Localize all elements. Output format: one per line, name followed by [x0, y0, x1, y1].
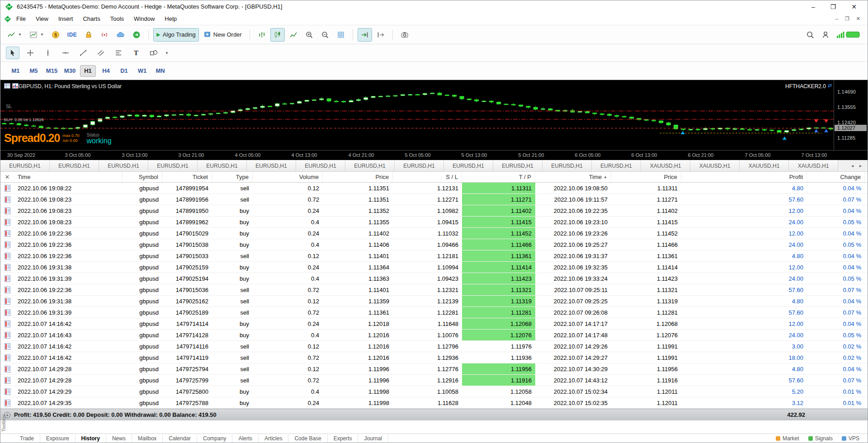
timeframe-h4[interactable]: H4 [98, 65, 114, 77]
restore-button[interactable]: ❐ [830, 4, 836, 10]
history-row[interactable]: 2022.10.07 14:29:28gbpusd1479725794sell0… [0, 363, 868, 375]
column-header-type[interactable]: Type [212, 172, 253, 182]
community-button[interactable] [129, 28, 144, 42]
history-row[interactable]: 2022.10.07 14:29:35gbpusd1479725788buy0.… [0, 397, 868, 409]
bars-mode-button[interactable] [255, 28, 269, 42]
timeframe-mn[interactable]: MN [152, 65, 168, 77]
column-header-sl[interactable]: S / L [393, 172, 462, 182]
bottom-service-signals[interactable]: Signals [808, 435, 833, 442]
bottom-service-market[interactable]: Market [776, 435, 799, 442]
history-row[interactable]: 2022.10.06 19:08:23gbpusd1478991962buy0.… [0, 217, 868, 228]
time-axis[interactable]: 30 Sep 20223 Oct 05:003 Oct 13:003 Oct 2… [0, 150, 868, 160]
menu-charts[interactable]: Charts [78, 14, 105, 24]
chart-tab[interactable]: XAUUSD,H1 [789, 160, 838, 171]
history-row[interactable]: 2022.10.07 14:16:42gbpusd1479714116sell0… [0, 341, 868, 352]
account-icon[interactable] [821, 31, 830, 39]
lock-button[interactable] [81, 28, 96, 42]
chart-tab[interactable]: EURUSD,H1 [542, 160, 592, 171]
quick-trade-icon[interactable] [4, 83, 10, 89]
column-header-time2[interactable]: Time▲ [535, 172, 611, 182]
column-header-price2[interactable]: Price [611, 172, 681, 182]
chart-tab[interactable]: XAUUSD,H1 [740, 160, 789, 171]
bottom-tab-history[interactable]: History [75, 434, 106, 443]
menu-file[interactable]: File [11, 14, 31, 24]
cursor-button[interactable] [6, 47, 19, 59]
chart-tab[interactable]: EURUSD,H1 [592, 160, 641, 171]
chart-info-icon[interactable] [12, 83, 19, 89]
column-header-change[interactable]: Change [807, 172, 865, 182]
vertical-line-button[interactable] [41, 47, 55, 59]
menu-help[interactable]: Help [160, 14, 182, 24]
bottom-tab-company[interactable]: Company [197, 434, 232, 443]
column-header-time[interactable]: Time [14, 172, 123, 182]
bottom-tab-trade[interactable]: Trade [14, 434, 40, 443]
bottom-tab-calendar[interactable]: Calendar [163, 434, 197, 443]
bottom-tab-experts[interactable]: Experts [328, 434, 359, 443]
deposit-button[interactable]: $ [48, 28, 63, 42]
price-axis[interactable]: 1.12027 1.146901.135551.124201.11285 [834, 80, 868, 150]
history-row[interactable]: 2022.10.06 19:08:23gbpusd1478991950buy0.… [0, 205, 868, 217]
bottom-tab-mailbox[interactable]: Mailbox [132, 434, 163, 443]
child-restore-button[interactable]: ❐ [845, 16, 849, 22]
bottom-service-vps[interactable]: VPS [842, 435, 859, 442]
zoom-in-button[interactable] [302, 28, 316, 42]
column-header-ticket[interactable]: Ticket [162, 172, 212, 182]
menu-window[interactable]: Window [129, 14, 160, 24]
grid-button[interactable] [334, 28, 348, 42]
menu-tools[interactable]: Tools [105, 14, 129, 24]
candlestick-chart[interactable] [0, 80, 835, 150]
bottom-tab-alerts[interactable]: Alerts [232, 434, 259, 443]
history-row[interactable]: 2022.10.07 14:29:28gbpusd1479725799sell0… [0, 375, 868, 386]
timeframe-m15[interactable]: M15 [44, 65, 60, 77]
column-header-tp[interactable]: T / P [462, 172, 535, 182]
column-header-price[interactable]: Price [323, 172, 393, 182]
timeframe-h1[interactable]: H1 [80, 65, 96, 77]
chart-tab[interactable]: EURUSD,H1 [148, 160, 198, 171]
timeframe-w1[interactable]: W1 [134, 65, 150, 77]
history-row[interactable]: 2022.10.06 19:31:39gbpusd1479025194buy0.… [0, 273, 868, 284]
search-icon[interactable] [806, 31, 814, 39]
history-row[interactable]: 2022.10.06 19:22:36gbpusd1479015033sell0… [0, 250, 868, 262]
bottom-tab-articles[interactable]: Articles [259, 434, 288, 443]
cloud-button[interactable] [113, 28, 128, 42]
line-mode-button[interactable] [286, 28, 301, 42]
chart-tab[interactable]: EURUSD,H1 [444, 160, 493, 171]
chart-tab[interactable]: XAUUSD,H1 [641, 160, 690, 171]
chart-tab[interactable]: EURUSD,H1 [493, 160, 542, 171]
candles-mode-button[interactable] [270, 28, 285, 42]
new-order-button[interactable]: New Order [200, 28, 245, 42]
chart-canvas[interactable] [0, 80, 835, 150]
tab-scroll-left-icon[interactable]: ◂ [849, 162, 856, 169]
shapes-button[interactable] [147, 47, 160, 59]
crosshair-button[interactable] [24, 47, 37, 59]
chart-profile-button[interactable]: ▼ [26, 28, 47, 42]
bottom-tab-journal[interactable]: Journal [358, 434, 388, 443]
column-header-profit[interactable]: Profit [681, 172, 807, 182]
chart-type-button[interactable]: ▼ [4, 28, 25, 42]
chart-tab[interactable]: EURUSD,H1 [198, 160, 247, 171]
child-close-button[interactable]: ✕ [856, 16, 860, 22]
auto-scroll-button[interactable] [358, 28, 372, 42]
history-row[interactable]: 2022.10.06 19:31:39gbpusd1479025189sell0… [0, 307, 868, 318]
text-button[interactable]: T [129, 47, 143, 59]
column-header-volume[interactable]: Volume [253, 172, 323, 182]
column-header-symbol[interactable]: Symbol [123, 172, 162, 182]
history-row[interactable]: 2022.10.06 19:31:38gbpusd1479025159buy0.… [0, 262, 868, 273]
minimize-button[interactable]: – [811, 4, 815, 10]
screenshot-button[interactable] [397, 28, 412, 42]
history-row[interactable]: 2022.10.06 19:22:36gbpusd1479015036sell0… [0, 284, 868, 296]
chart-area[interactable]: GBPUSD, H1: Pound Sterling vs US Dollar … [0, 80, 868, 160]
horizontal-line-button[interactable] [59, 47, 72, 59]
signals-button[interactable] [97, 28, 112, 42]
tab-scroll-right-icon[interactable]: ▸ [857, 162, 864, 169]
history-row[interactable]: 2022.10.06 19:08:22gbpusd1478991954sell0… [0, 183, 868, 194]
chart-tab[interactable]: EURUSD,H1 [0, 160, 50, 171]
expert-advisor-icon[interactable]: ⇄ [828, 83, 832, 89]
zoom-out-button[interactable] [318, 28, 332, 42]
history-row[interactable]: 2022.10.06 19:08:23gbpusd1478991956sell0… [0, 194, 868, 205]
chart-shift-button[interactable] [373, 28, 388, 42]
chart-tab[interactable]: EURUSD,H1 [395, 160, 444, 171]
child-minimize-button[interactable]: – [835, 16, 838, 22]
chart-tab[interactable]: EURUSD,H1 [345, 160, 395, 171]
history-row[interactable]: 2022.10.07 14:16:42gbpusd1479714114buy0.… [0, 318, 868, 330]
